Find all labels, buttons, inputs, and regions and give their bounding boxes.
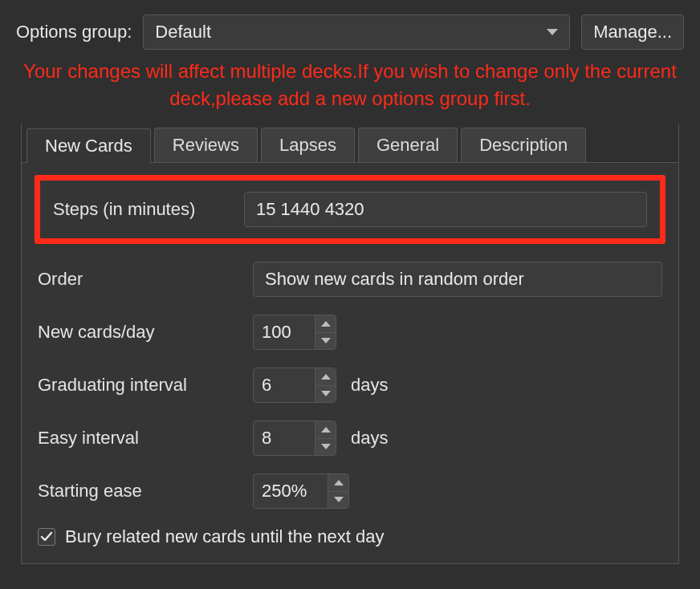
- manage-button[interactable]: Manage...: [581, 14, 684, 50]
- tab-lapses[interactable]: Lapses: [261, 128, 355, 162]
- bury-label: Bury related new cards until the next da…: [65, 526, 384, 547]
- steps-label: Steps (in minutes): [53, 199, 230, 220]
- spinner-buttons: [315, 421, 336, 455]
- steps-input[interactable]: [244, 192, 647, 227]
- step-down-button[interactable]: [328, 492, 348, 509]
- tab-reviews[interactable]: Reviews: [154, 128, 258, 162]
- new-per-day-label: New cards/day: [38, 322, 238, 343]
- steps-highlight: Steps (in minutes): [35, 175, 665, 244]
- step-down-button[interactable]: [315, 386, 336, 403]
- options-group-label: Options group:: [16, 22, 132, 43]
- triangle-up-icon: [321, 374, 331, 380]
- easy-interval-label: Easy interval: [38, 428, 238, 449]
- starting-ease-stepper[interactable]: [253, 473, 349, 509]
- spinner-buttons: [315, 315, 336, 349]
- spinner-buttons: [315, 368, 336, 402]
- tab-new-cards[interactable]: New Cards: [26, 128, 151, 164]
- new-per-day-stepper[interactable]: [253, 315, 336, 350]
- graduating-interval-row: Graduating interval days: [35, 368, 665, 403]
- easy-interval-stepper[interactable]: [253, 420, 336, 456]
- graduating-interval-input[interactable]: [254, 368, 315, 402]
- triangle-down-icon: [321, 444, 331, 449]
- chevron-down-icon: [547, 29, 558, 35]
- new-per-day-input[interactable]: [254, 315, 315, 349]
- step-up-button[interactable]: [315, 421, 336, 439]
- triangle-down-icon: [334, 497, 344, 502]
- days-suffix: days: [351, 375, 388, 396]
- deck-options-window: Options group: Default Manage... Your ch…: [0, 0, 700, 564]
- starting-ease-label: Starting ease: [38, 481, 238, 502]
- spinner-buttons: [328, 474, 348, 508]
- step-up-button[interactable]: [315, 368, 336, 386]
- step-down-button[interactable]: [315, 333, 336, 350]
- starting-ease-input[interactable]: [254, 474, 328, 508]
- tab-description[interactable]: Description: [461, 128, 586, 162]
- check-icon: [40, 530, 53, 543]
- tab-general[interactable]: General: [358, 128, 458, 162]
- step-down-button[interactable]: [315, 439, 336, 456]
- bury-checkbox[interactable]: [38, 528, 55, 546]
- new-per-day-row: New cards/day: [35, 315, 665, 350]
- order-select[interactable]: Show new cards in random order: [253, 262, 662, 297]
- triangle-up-icon: [334, 480, 344, 485]
- order-value: Show new cards in random order: [265, 269, 524, 290]
- bury-row: Bury related new cards until the next da…: [35, 526, 665, 547]
- new-cards-panel: Steps (in minutes) Order Show new cards …: [22, 164, 678, 563]
- tabs-container: New Cards Reviews Lapses General Descrip…: [21, 123, 679, 564]
- header-row: Options group: Default Manage...: [16, 14, 684, 50]
- graduating-interval-label: Graduating interval: [38, 375, 238, 396]
- starting-ease-row: Starting ease: [35, 473, 665, 509]
- options-group-value: Default: [155, 22, 211, 43]
- easy-interval-input[interactable]: [254, 421, 315, 455]
- order-label: Order: [38, 269, 238, 290]
- step-up-button[interactable]: [315, 315, 336, 333]
- warning-text: Your changes will affect multiple decks.…: [22, 58, 678, 112]
- easy-interval-row: Easy interval days: [35, 420, 665, 456]
- triangle-up-icon: [321, 321, 331, 327]
- triangle-down-icon: [321, 391, 331, 396]
- step-up-button[interactable]: [328, 474, 348, 492]
- triangle-up-icon: [321, 427, 331, 433]
- graduating-interval-stepper[interactable]: [253, 368, 336, 403]
- tab-bar: New Cards Reviews Lapses General Descrip…: [22, 123, 678, 163]
- options-group-select[interactable]: Default: [143, 14, 570, 50]
- days-suffix: days: [351, 428, 388, 449]
- order-row: Order Show new cards in random order: [35, 262, 665, 297]
- triangle-down-icon: [321, 338, 331, 343]
